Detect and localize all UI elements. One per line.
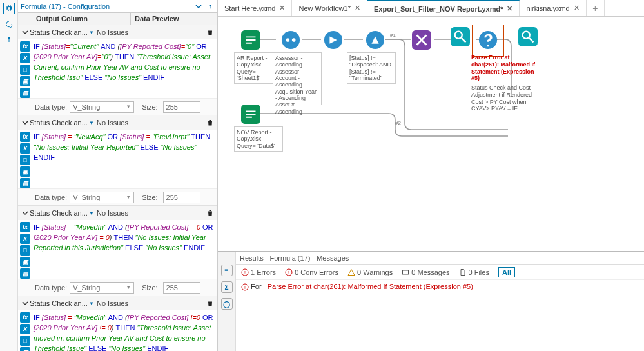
pin-button[interactable] xyxy=(206,2,215,11)
option-icon[interactable]: ▣ xyxy=(20,166,30,177)
node-sort-2[interactable] xyxy=(365,30,385,50)
config-panel-header: Formula (17) - Configuration xyxy=(18,0,217,13)
workflow-canvas[interactable]: AR Report - Copy.xlsx Query= 'Sheet1$' A… xyxy=(218,17,644,251)
svg-text:!: ! xyxy=(288,270,289,274)
formula-tool-icons: fxX□▣▤ xyxy=(18,39,32,98)
svg-rect-12 xyxy=(518,27,538,46)
header-data-preview: Data Preview xyxy=(131,13,217,25)
anchor-hash2: #2 xyxy=(395,120,401,126)
option-icon[interactable]: □ xyxy=(20,65,30,75)
option-icon[interactable]: □ xyxy=(20,155,30,165)
tab-3[interactable]: nirkisna.yxmd✕ xyxy=(520,0,586,16)
svg-point-4 xyxy=(286,38,290,42)
formula-expression[interactable]: IF [Status] = "MovedIn" AND ([PY Reporte… xyxy=(32,220,217,279)
filter-all[interactable]: All xyxy=(498,267,515,277)
results-tab-arrow[interactable]: Σ xyxy=(221,281,233,293)
data-type-select[interactable]: V_String▼ xyxy=(70,282,134,294)
fx-icon[interactable]: fx xyxy=(20,41,30,52)
size-input[interactable]: 255 xyxy=(163,282,200,294)
svg-point-5 xyxy=(292,38,296,42)
results-side-tabs: ≡ Σ ◯ xyxy=(218,252,236,351)
formula-expression[interactable]: IF [Status] = "NewAcq" OR [Status] = "Pr… xyxy=(32,130,217,188)
svg-text:!: ! xyxy=(244,285,246,290)
results-tab-other[interactable]: ◯ xyxy=(221,298,233,310)
node-input-nov-report[interactable] xyxy=(240,104,261,125)
option-icon[interactable]: □ xyxy=(20,245,30,256)
variable-icon[interactable]: X xyxy=(20,143,30,154)
collapse-button[interactable] xyxy=(194,2,203,11)
filter-messages[interactable]: 0 Messages xyxy=(402,268,449,276)
delete-formula-button[interactable] xyxy=(206,118,215,127)
tab-0[interactable]: Start Here.yxmd✕ xyxy=(218,0,292,16)
gear-icon[interactable] xyxy=(3,3,15,14)
results-panel: ≡ Σ ◯ Results - Formula (17) - Messages … xyxy=(218,251,644,351)
main-area: Start Here.yxmd✕New Workflow1*✕Export_So… xyxy=(218,0,644,351)
size-input[interactable]: 255 xyxy=(163,192,200,203)
formula-expression[interactable]: IF [Status]="Current" AND ([PY Reported … xyxy=(32,39,217,98)
expand-caret[interactable] xyxy=(21,208,30,217)
fx-icon[interactable]: fx xyxy=(20,132,30,142)
pin-icon[interactable] xyxy=(3,34,15,45)
delete-formula-button[interactable] xyxy=(206,299,215,308)
svg-point-1 xyxy=(210,5,211,6)
results-tab-messages[interactable]: ≡ xyxy=(221,265,233,276)
size-label: Size: xyxy=(142,284,157,292)
filter-files[interactable]: 0 Files xyxy=(459,268,489,276)
node-browse-1[interactable] xyxy=(450,26,471,47)
option-icon[interactable]: ▤ xyxy=(20,88,30,98)
tab-label: Export_Sort_Filter_NOV Report.yxmd* xyxy=(374,5,503,13)
new-tab-button[interactable]: + xyxy=(587,0,605,16)
close-icon[interactable]: ✕ xyxy=(355,4,360,12)
node-browse-2[interactable] xyxy=(518,26,538,47)
filter-conv-errors[interactable]: !0 Conv Errors xyxy=(285,268,338,276)
expand-caret[interactable] xyxy=(21,28,30,37)
data-preview-value: No Issues xyxy=(97,119,206,126)
filter-warnings[interactable]: 0 Warnings xyxy=(347,268,393,276)
expand-caret[interactable] xyxy=(21,299,30,308)
formula-expression[interactable]: IF [Status] = "MovedIn" AND ([PY Reporte… xyxy=(32,310,217,351)
delete-formula-button[interactable] xyxy=(206,28,215,37)
data-type-select[interactable]: V_String▼ xyxy=(70,192,134,203)
node-formula[interactable] xyxy=(478,30,498,50)
size-input[interactable]: 255 xyxy=(163,101,200,113)
output-column-select[interactable]: Status Check an...▼ xyxy=(30,28,97,36)
option-icon[interactable]: ▤ xyxy=(20,268,30,279)
option-icon[interactable]: ▣ xyxy=(20,257,30,267)
variable-icon[interactable]: X xyxy=(20,53,30,63)
fx-icon[interactable]: fx xyxy=(20,222,30,232)
option-icon[interactable]: □ xyxy=(20,336,30,346)
fx-icon[interactable]: fx xyxy=(20,312,30,323)
config-panel: Formula (17) - Configuration Output Colu… xyxy=(18,0,218,351)
output-column-select[interactable]: Status Check an...▼ xyxy=(30,299,97,307)
expand-caret[interactable] xyxy=(21,118,30,127)
config-panel-title: Formula (17) - Configuration xyxy=(21,3,110,10)
tab-2[interactable]: Export_Sort_Filter_NOV Report.yxmd*✕ xyxy=(367,0,520,16)
node-input-ar-report[interactable] xyxy=(240,30,261,50)
recycle-icon[interactable] xyxy=(3,18,15,30)
formula-block: Status Check an...▼No IssuesfxX□▣▤IF [St… xyxy=(18,115,217,206)
close-icon[interactable]: ✕ xyxy=(279,4,285,12)
close-icon[interactable]: ✕ xyxy=(507,5,512,13)
filter-errors[interactable]: !1 Errors xyxy=(241,268,276,276)
svg-point-3 xyxy=(282,31,300,49)
node-select[interactable] xyxy=(323,30,344,50)
variable-icon[interactable]: X xyxy=(20,324,30,334)
variable-icon[interactable]: X xyxy=(20,234,30,244)
delete-formula-button[interactable] xyxy=(206,208,215,217)
tab-label: nirkisna.yxmd xyxy=(526,5,569,12)
left-toolbar xyxy=(0,0,18,351)
node-sort[interactable] xyxy=(280,30,301,50)
option-icon[interactable]: ▣ xyxy=(20,347,30,351)
tab-1[interactable]: New Workflow1*✕ xyxy=(292,0,367,16)
data-type-select[interactable]: V_String▼ xyxy=(70,101,134,113)
option-icon[interactable]: ▤ xyxy=(20,178,30,188)
results-row-label: For xyxy=(251,283,262,290)
option-icon[interactable]: ▣ xyxy=(20,76,30,86)
close-icon[interactable]: ✕ xyxy=(574,4,580,12)
tab-label: New Workflow1* xyxy=(298,5,351,12)
document-tabs: Start Here.yxmd✕New Workflow1*✕Export_So… xyxy=(218,0,644,17)
output-column-select[interactable]: Status Check an...▼ xyxy=(30,209,97,217)
results-filter-bar: !1 Errors !0 Conv Errors 0 Warnings 0 Me… xyxy=(236,265,644,280)
node-join[interactable] xyxy=(411,30,432,50)
output-column-select[interactable]: Status Check an...▼ xyxy=(30,119,97,126)
